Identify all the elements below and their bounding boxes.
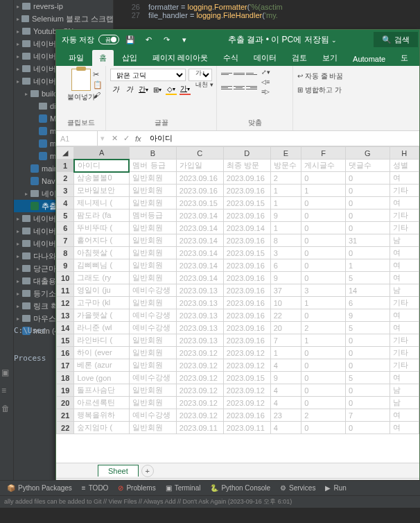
cell[interactable]: 0 [345, 397, 390, 409]
cell[interactable]: 아르센록틴 [74, 397, 130, 409]
cell[interactable]: 2023.09.14 [176, 272, 223, 284]
cell[interactable]: 0 [345, 222, 390, 234]
cell[interactable]: 2023.09.15 [223, 197, 270, 209]
cell[interactable]: 기타 [390, 297, 419, 309]
phonetic-icon[interactable]: 내천 ▾ [195, 80, 213, 89]
orientation-icon[interactable]: ⤢▾ [261, 69, 270, 76]
cell[interactable]: 9 [270, 272, 301, 284]
cell[interactable]: 모바일보안 [74, 185, 130, 197]
cell[interactable]: 방문수 [270, 160, 301, 172]
cell[interactable]: 0 [301, 172, 346, 185]
row-header[interactable]: 2 [57, 172, 74, 185]
cell[interactable]: 1 [270, 185, 301, 197]
cell[interactable]: 31 [345, 234, 390, 247]
cell[interactable]: 0 [345, 384, 390, 397]
cell[interactable]: 예비수강생 [129, 322, 176, 334]
cell[interactable]: 2023.09.13 [176, 334, 223, 347]
cell[interactable]: 3 [301, 284, 346, 297]
fill-color-button[interactable]: ◇▾ [166, 84, 177, 95]
cell[interactable]: 일반회원 [129, 384, 176, 397]
cell[interactable]: 37 [270, 284, 301, 297]
column-header[interactable]: B [129, 147, 176, 160]
row-header[interactable]: 3 [57, 185, 74, 197]
cut-icon[interactable]: ✂ [93, 70, 103, 79]
cell[interactable]: 2023.09.12 [223, 397, 270, 409]
cell[interactable]: 0 [301, 397, 346, 409]
save-icon[interactable]: 💾 [123, 33, 137, 46]
row-header[interactable]: 18 [57, 372, 74, 384]
cell[interactable]: 2 [301, 322, 346, 334]
row-header[interactable]: 19 [57, 384, 74, 397]
cell[interactable]: 0 [301, 372, 346, 384]
align-middle[interactable] [234, 69, 245, 78]
cell[interactable]: 0 [301, 197, 346, 209]
cell[interactable]: 4 [270, 397, 301, 409]
cell[interactable]: 1 [301, 185, 346, 197]
column-header[interactable]: E [270, 147, 301, 160]
cell[interactable]: 일반회원 [129, 222, 176, 234]
row-header[interactable]: 20 [57, 397, 74, 409]
cell[interactable]: 게시글수 [301, 160, 346, 172]
cell[interactable]: 7 [270, 334, 301, 347]
select-all-corner[interactable]: ◢ [57, 147, 74, 160]
cell[interactable]: 2023.09.16 [223, 272, 270, 284]
cell[interactable]: 0 [301, 209, 346, 222]
cell[interactable]: 0 [345, 334, 390, 347]
merge-button[interactable]: ⊞ 병합하고 가 [297, 85, 415, 95]
row-header[interactable]: 22 [57, 422, 74, 434]
cell[interactable]: 팜도라 (fa [74, 209, 130, 222]
cell[interactable]: 9 [270, 209, 301, 222]
tab-python-console[interactable]: 🐍 Python Console [210, 484, 270, 492]
cell[interactable]: 4 [270, 422, 301, 434]
cell[interactable]: 기타 [390, 222, 419, 234]
cell[interactable]: 일반회원 [129, 197, 176, 209]
cell[interactable]: 2023.09.16 [223, 284, 270, 297]
tree-item[interactable]: ▸Selenium 블로그 스크랩 [14, 12, 114, 25]
cell[interactable]: 0 [301, 234, 346, 247]
cell[interactable]: 2023.09.13 [176, 309, 223, 322]
ribbon-tab[interactable]: 수식 [216, 50, 245, 66]
redo-icon[interactable]: ↷ [159, 33, 173, 46]
row-header[interactable]: 11 [57, 284, 74, 297]
font-name-select[interactable]: 맑은 고딕 [110, 69, 186, 81]
cell[interactable]: 행복을위하 [74, 409, 130, 422]
ribbon-tab[interactable]: 페이지 레이아웃 [146, 50, 215, 66]
row-header[interactable]: 9 [57, 259, 74, 272]
cell[interactable]: 성별 [390, 160, 419, 172]
ribbon-tab[interactable]: 도 [394, 50, 415, 66]
row-header[interactable]: 14 [57, 322, 74, 334]
cell[interactable]: 0 [345, 185, 390, 197]
row-header[interactable]: 17 [57, 359, 74, 372]
cell[interactable]: 2023.09.16 [223, 209, 270, 222]
cell[interactable]: 여 [390, 309, 419, 322]
align-top[interactable] [221, 69, 232, 78]
underline-button[interactable]: 간▾ [138, 84, 149, 95]
tab-services[interactable]: ⚙ Services [280, 484, 315, 492]
cell[interactable]: 0 [301, 384, 346, 397]
cell[interactable]: 7 [345, 409, 390, 422]
cell[interactable]: 2023.09.13 [176, 297, 223, 309]
align-left[interactable] [221, 83, 232, 92]
cell[interactable]: 기타 [390, 334, 419, 347]
cell[interactable]: 0 [301, 247, 346, 259]
cell[interactable]: 기타 [390, 359, 419, 372]
cell[interactable]: 2023.09.12 [176, 409, 223, 422]
cell[interactable]: 0 [301, 259, 346, 272]
cell[interactable]: 2023.09.12 [176, 372, 223, 384]
cell[interactable]: 10 [270, 297, 301, 309]
cell[interactable]: 2023.09.13 [176, 284, 223, 297]
wrap-text-button[interactable]: ↩ 자동 줄 바꿈 [297, 71, 415, 81]
cell[interactable]: 0 [345, 247, 390, 259]
row-header[interactable]: 8 [57, 247, 74, 259]
cell[interactable]: 2023.09.16 [223, 259, 270, 272]
cell[interactable]: 1 [301, 334, 346, 347]
ribbon-tab[interactable]: 보기 [315, 50, 344, 66]
cell[interactable]: 영일이 (ju [74, 284, 130, 297]
cell[interactable]: 하이 (ever [74, 347, 130, 359]
cell[interactable]: 14 [345, 284, 390, 297]
cell[interactable]: 멤버등급 [129, 209, 176, 222]
row-header[interactable]: 7 [57, 234, 74, 247]
cell[interactable]: 멤버 등급 [129, 160, 176, 172]
row-header[interactable]: 13 [57, 309, 74, 322]
cell[interactable]: 5 [345, 322, 390, 334]
